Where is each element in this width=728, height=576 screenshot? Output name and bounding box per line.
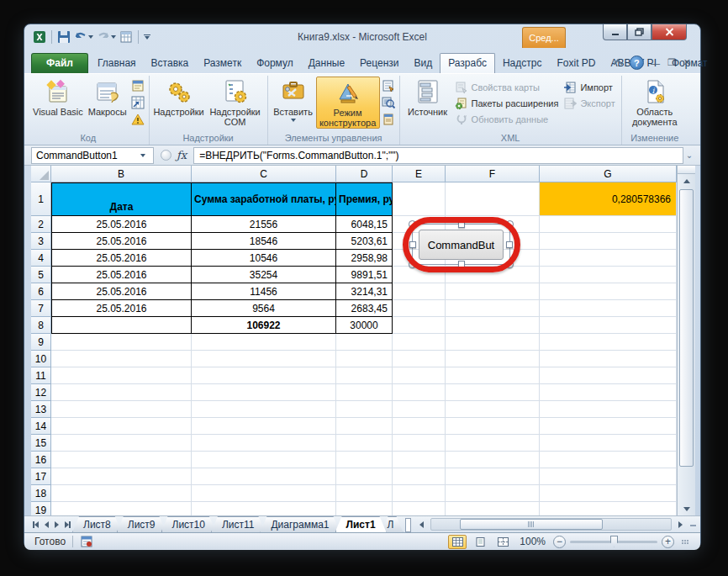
vertical-scrollbar[interactable] bbox=[677, 166, 695, 515]
sheet-tab-list11[interactable]: Лист11 bbox=[211, 516, 266, 532]
row-header-3[interactable]: 3 bbox=[31, 233, 51, 250]
cell-B3[interactable]: 25.05.2016 bbox=[51, 233, 192, 250]
sheet-tab-list8[interactable]: Лист8 bbox=[72, 516, 122, 532]
page-break-view-button[interactable] bbox=[493, 535, 512, 549]
cell-D3[interactable]: 5203,61 bbox=[336, 233, 393, 250]
cell-G4[interactable] bbox=[540, 250, 677, 267]
tab-split-handle[interactable] bbox=[405, 518, 411, 532]
row-header-14[interactable]: 14 bbox=[31, 418, 51, 435]
column-header-B[interactable]: B bbox=[51, 166, 192, 182]
tab-file[interactable]: Файл bbox=[31, 53, 88, 73]
cell-D2[interactable]: 6048,15 bbox=[336, 216, 393, 233]
horizontal-scroll-track[interactable] bbox=[430, 518, 672, 531]
column-header-E[interactable]: E bbox=[393, 166, 446, 182]
row-header-2[interactable]: 2 bbox=[31, 216, 51, 233]
row-header-6[interactable]: 6 bbox=[31, 283, 51, 300]
first-sheet-button[interactable] bbox=[33, 521, 39, 528]
cell-D6[interactable]: 3214,31 bbox=[336, 283, 393, 300]
design-mode-button[interactable]: Режим конструктора bbox=[316, 77, 380, 129]
sheet-tab-diagram1[interactable]: Диаграмма1 bbox=[260, 516, 340, 532]
com-addins-button[interactable]: Надстройки COM bbox=[206, 77, 265, 127]
sheet-tab-list10[interactable]: Лист10 bbox=[161, 516, 216, 532]
cell-F1[interactable] bbox=[446, 182, 540, 216]
row-header-10[interactable]: 10 bbox=[31, 351, 51, 367]
cell-B2[interactable]: 25.05.2016 bbox=[51, 216, 192, 233]
name-box-dropdown-icon[interactable] bbox=[137, 148, 149, 163]
row-header-17[interactable]: 17 bbox=[31, 468, 51, 485]
cell-C4[interactable]: 10546 bbox=[192, 250, 336, 267]
cell-E1[interactable] bbox=[393, 182, 446, 216]
document-panel-button[interactable]: i Область документа bbox=[625, 77, 685, 127]
cell-F7[interactable] bbox=[446, 300, 540, 317]
row-header-18[interactable]: 18 bbox=[31, 485, 51, 502]
map-properties-button[interactable]: Свойства карты bbox=[455, 81, 559, 94]
column-header-G[interactable]: G bbox=[540, 166, 677, 182]
cell-C7[interactable]: 9564 bbox=[192, 300, 336, 317]
normal-view-button[interactable] bbox=[448, 535, 467, 549]
cell-B8[interactable] bbox=[51, 317, 192, 334]
relative-references-icon[interactable] bbox=[131, 96, 145, 109]
macro-record-status-icon[interactable] bbox=[80, 535, 93, 548]
sheet-tab-list9[interactable]: Лист9 bbox=[117, 516, 166, 532]
cell-B6[interactable]: 25.05.2016 bbox=[51, 283, 192, 300]
scroll-down-button[interactable] bbox=[678, 502, 695, 515]
column-header-F[interactable]: F bbox=[446, 166, 540, 182]
workbook-restore-icon[interactable]: ❐ bbox=[667, 57, 677, 68]
sheet-tab-list1[interactable]: Лист1 bbox=[335, 516, 387, 532]
row-header-4[interactable]: 4 bbox=[31, 250, 51, 267]
expansion-packs-button[interactable]: Пакеты расширения bbox=[455, 97, 559, 110]
cell-B4[interactable]: 25.05.2016 bbox=[51, 250, 192, 267]
insert-control-button[interactable]: Вставить bbox=[271, 77, 316, 122]
insert-dropdown-icon[interactable] bbox=[291, 119, 296, 122]
restore-button[interactable] bbox=[627, 24, 652, 40]
vertical-scroll-thumb[interactable] bbox=[679, 189, 694, 467]
cell-D8[interactable]: 30000 bbox=[336, 317, 393, 334]
cell-D1[interactable]: Премия, руб bbox=[336, 182, 393, 216]
record-macro-icon[interactable] bbox=[131, 79, 145, 92]
tab-insert[interactable]: Вставка bbox=[144, 54, 197, 73]
addins-button[interactable]: Надстройки bbox=[152, 77, 206, 117]
cell-C5[interactable]: 35254 bbox=[192, 267, 336, 283]
next-sheet-button[interactable] bbox=[55, 521, 59, 528]
minimize-button[interactable] bbox=[603, 24, 627, 40]
zoom-level-label[interactable]: 100% bbox=[520, 536, 546, 547]
cell-E6[interactable] bbox=[393, 283, 446, 300]
row-header-19[interactable]: 19 bbox=[31, 502, 51, 515]
contextual-tab-group-label[interactable]: Сред... bbox=[522, 27, 566, 48]
column-header-C[interactable]: C bbox=[192, 166, 336, 182]
workbook-minimize-icon[interactable]: — bbox=[651, 58, 661, 68]
cell-D4[interactable]: 2958,98 bbox=[336, 250, 393, 267]
cell-D7[interactable]: 2683,45 bbox=[336, 300, 393, 317]
cell-C3[interactable]: 18546 bbox=[192, 233, 336, 250]
workbook-close-icon[interactable]: ✕ bbox=[683, 57, 692, 68]
row-header-15[interactable]: 15 bbox=[31, 435, 51, 452]
export-button[interactable]: Экспорт bbox=[563, 97, 615, 110]
visual-basic-button[interactable]: Visual Basic bbox=[30, 77, 86, 117]
zoom-slider-thumb[interactable] bbox=[610, 536, 618, 547]
prev-sheet-button[interactable] bbox=[45, 521, 49, 528]
cell-G8[interactable] bbox=[540, 317, 677, 334]
cell-G3[interactable] bbox=[540, 233, 677, 250]
zoom-in-button[interactable]: + bbox=[662, 536, 674, 548]
row-header-16[interactable]: 16 bbox=[31, 452, 51, 468]
properties-icon[interactable] bbox=[382, 79, 395, 92]
scroll-up-button[interactable] bbox=[678, 174, 695, 188]
cell-G7[interactable] bbox=[540, 300, 677, 317]
vertical-split-handle[interactable] bbox=[678, 166, 695, 174]
row-header-1[interactable]: 1 bbox=[31, 182, 51, 216]
cell-G1[interactable]: 0,280578366 bbox=[540, 182, 677, 216]
help-icon[interactable]: ? bbox=[630, 55, 644, 70]
cell-C2[interactable]: 21556 bbox=[192, 216, 336, 233]
refresh-data-button[interactable]: Обновить данные bbox=[455, 113, 559, 126]
expand-formula-bar-icon[interactable]: ⌄ bbox=[683, 151, 695, 160]
cell-E8[interactable] bbox=[393, 317, 446, 334]
cell-F6[interactable] bbox=[446, 283, 540, 300]
import-button[interactable]: Импорт bbox=[563, 81, 615, 94]
scroll-right-button[interactable] bbox=[673, 518, 687, 531]
cell-B5[interactable]: 25.05.2016 bbox=[51, 267, 192, 283]
row-header-8[interactable]: 8 bbox=[31, 317, 51, 334]
qat-custom-button[interactable] bbox=[119, 30, 133, 44]
cell-D5[interactable]: 9891,51 bbox=[336, 267, 393, 283]
last-sheet-button[interactable] bbox=[65, 521, 71, 528]
cell-G2[interactable] bbox=[540, 216, 677, 233]
